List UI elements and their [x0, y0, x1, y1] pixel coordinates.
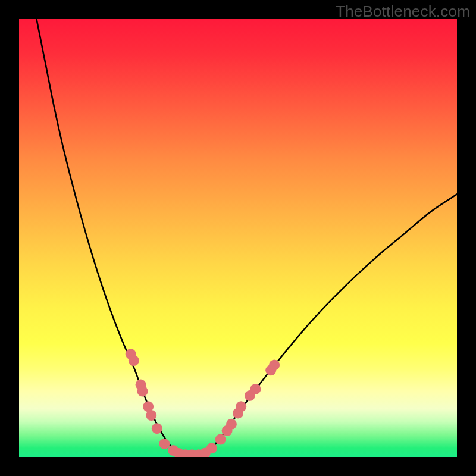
marker-dot: [152, 423, 162, 434]
plot-area: [19, 19, 457, 457]
marker-dot: [159, 439, 170, 449]
marker-dot: [206, 443, 217, 453]
marker-dot: [226, 419, 237, 430]
curve-overlay: [19, 19, 457, 457]
marker-dot: [250, 384, 261, 394]
watermark-text: TheBottleneck.com: [336, 2, 470, 21]
marker-dot: [146, 410, 156, 421]
curve-left-curve: [36, 19, 181, 456]
marker-dot: [137, 386, 148, 397]
marker-dot: [269, 359, 280, 370]
marker-dot: [236, 401, 246, 412]
marker-dot: [129, 355, 139, 366]
marker-dot: [215, 434, 226, 445]
chart-frame: TheBottleneck.com: [0, 0, 476, 476]
